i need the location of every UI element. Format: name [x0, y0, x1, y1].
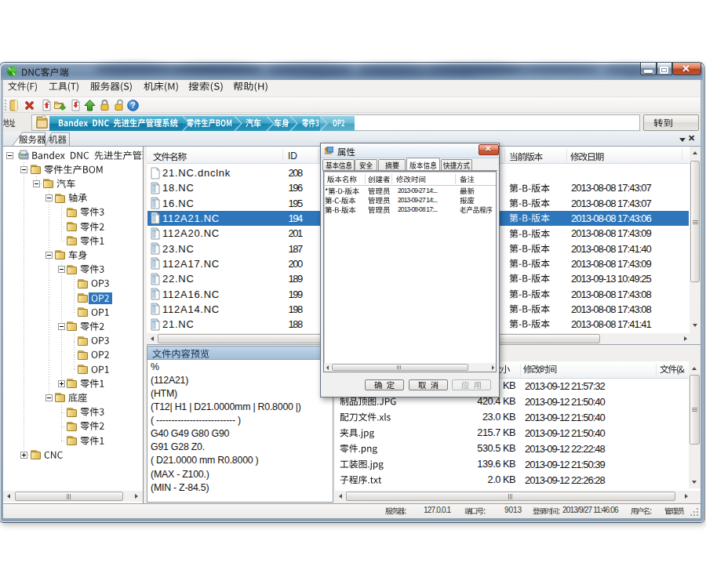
svg-text:?: ? — [130, 101, 135, 110]
